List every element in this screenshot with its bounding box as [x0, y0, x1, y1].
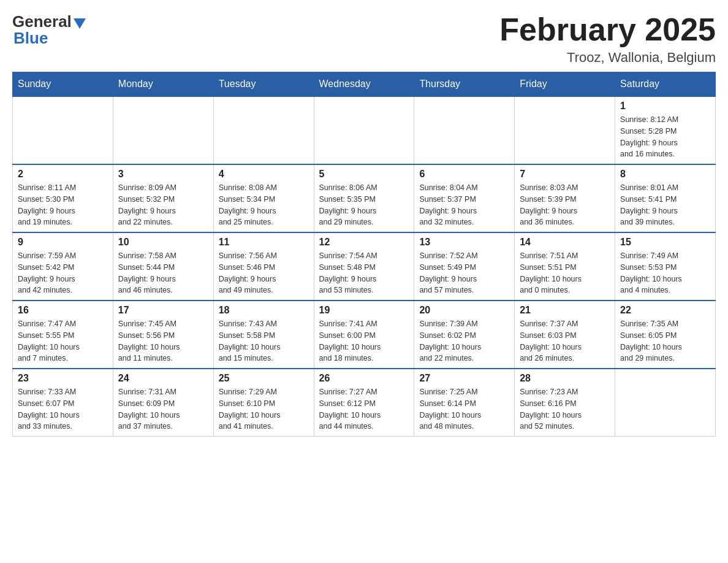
calendar-cell: 17Sunrise: 7:45 AM Sunset: 5:56 PM Dayli…	[113, 301, 213, 369]
day-number: 24	[118, 373, 208, 384]
col-tuesday: Tuesday	[213, 72, 314, 97]
calendar-cell: 25Sunrise: 7:29 AM Sunset: 6:10 PM Dayli…	[213, 369, 314, 437]
day-info: Sunrise: 7:43 AM Sunset: 5:58 PM Dayligh…	[219, 318, 309, 364]
calendar-cell: 21Sunrise: 7:37 AM Sunset: 6:03 PM Dayli…	[515, 301, 615, 369]
calendar-cell	[515, 96, 615, 164]
day-info: Sunrise: 7:37 AM Sunset: 6:03 PM Dayligh…	[520, 318, 610, 364]
day-number: 6	[419, 169, 509, 180]
calendar-cell: 12Sunrise: 7:54 AM Sunset: 5:48 PM Dayli…	[314, 232, 414, 301]
calendar-cell: 9Sunrise: 7:59 AM Sunset: 5:42 PM Daylig…	[13, 232, 113, 301]
logo-blue-text: Blue	[13, 29, 48, 48]
col-saturday: Saturday	[615, 72, 716, 97]
day-number: 13	[419, 237, 509, 248]
day-number: 10	[118, 237, 208, 248]
calendar-cell: 10Sunrise: 7:58 AM Sunset: 5:44 PM Dayli…	[113, 232, 213, 301]
day-info: Sunrise: 7:23 AM Sunset: 6:16 PM Dayligh…	[520, 386, 610, 432]
day-info: Sunrise: 7:45 AM Sunset: 5:56 PM Dayligh…	[118, 318, 208, 364]
col-thursday: Thursday	[414, 72, 515, 97]
day-number: 3	[118, 169, 208, 180]
calendar-cell: 1Sunrise: 8:12 AM Sunset: 5:28 PM Daylig…	[615, 96, 716, 164]
day-number: 17	[118, 305, 208, 316]
col-wednesday: Wednesday	[314, 72, 414, 97]
week-row-1: 1Sunrise: 8:12 AM Sunset: 5:28 PM Daylig…	[13, 96, 716, 164]
day-info: Sunrise: 8:04 AM Sunset: 5:37 PM Dayligh…	[419, 182, 509, 228]
calendar-cell	[314, 96, 414, 164]
page-header: General Blue February 2025 Trooz, Wallon…	[12, 12, 716, 66]
day-number: 27	[419, 373, 509, 384]
day-info: Sunrise: 7:35 AM Sunset: 6:05 PM Dayligh…	[620, 318, 710, 364]
calendar-cell: 18Sunrise: 7:43 AM Sunset: 5:58 PM Dayli…	[213, 301, 314, 369]
day-number: 19	[319, 305, 409, 316]
week-row-5: 23Sunrise: 7:33 AM Sunset: 6:07 PM Dayli…	[13, 369, 716, 437]
calendar-cell	[213, 96, 314, 164]
location-text: Trooz, Wallonia, Belgium	[499, 50, 716, 66]
day-number: 1	[620, 101, 710, 112]
calendar-cell: 24Sunrise: 7:31 AM Sunset: 6:09 PM Dayli…	[113, 369, 213, 437]
day-info: Sunrise: 7:41 AM Sunset: 6:00 PM Dayligh…	[319, 318, 409, 364]
day-number: 16	[18, 305, 108, 316]
day-number: 7	[520, 169, 610, 180]
calendar-cell: 23Sunrise: 7:33 AM Sunset: 6:07 PM Dayli…	[13, 369, 113, 437]
week-row-2: 2Sunrise: 8:11 AM Sunset: 5:30 PM Daylig…	[13, 164, 716, 232]
week-row-4: 16Sunrise: 7:47 AM Sunset: 5:55 PM Dayli…	[13, 301, 716, 369]
calendar-cell: 16Sunrise: 7:47 AM Sunset: 5:55 PM Dayli…	[13, 301, 113, 369]
day-info: Sunrise: 7:56 AM Sunset: 5:46 PM Dayligh…	[219, 250, 309, 296]
col-sunday: Sunday	[13, 72, 113, 97]
day-number: 28	[520, 373, 610, 384]
calendar-cell	[615, 369, 716, 437]
day-number: 2	[18, 169, 108, 180]
col-monday: Monday	[113, 72, 213, 97]
day-number: 14	[520, 237, 610, 248]
calendar-header-row: Sunday Monday Tuesday Wednesday Thursday…	[13, 72, 716, 97]
day-info: Sunrise: 7:33 AM Sunset: 6:07 PM Dayligh…	[18, 386, 108, 432]
day-info: Sunrise: 7:27 AM Sunset: 6:12 PM Dayligh…	[319, 386, 409, 432]
month-title: February 2025	[499, 12, 716, 47]
calendar-cell: 8Sunrise: 8:01 AM Sunset: 5:41 PM Daylig…	[615, 164, 716, 232]
day-number: 20	[419, 305, 509, 316]
calendar-cell	[414, 96, 515, 164]
day-info: Sunrise: 7:39 AM Sunset: 6:02 PM Dayligh…	[419, 318, 509, 364]
calendar-cell: 2Sunrise: 8:11 AM Sunset: 5:30 PM Daylig…	[13, 164, 113, 232]
col-friday: Friday	[515, 72, 615, 97]
logo: General Blue	[12, 12, 86, 48]
day-info: Sunrise: 7:59 AM Sunset: 5:42 PM Dayligh…	[18, 250, 108, 296]
day-number: 8	[620, 169, 710, 180]
day-info: Sunrise: 8:11 AM Sunset: 5:30 PM Dayligh…	[18, 182, 108, 228]
day-number: 26	[319, 373, 409, 384]
day-info: Sunrise: 7:31 AM Sunset: 6:09 PM Dayligh…	[118, 386, 208, 432]
calendar-cell: 20Sunrise: 7:39 AM Sunset: 6:02 PM Dayli…	[414, 301, 515, 369]
calendar-cell: 14Sunrise: 7:51 AM Sunset: 5:51 PM Dayli…	[515, 232, 615, 301]
day-number: 4	[219, 169, 309, 180]
day-info: Sunrise: 8:01 AM Sunset: 5:41 PM Dayligh…	[620, 182, 710, 228]
day-info: Sunrise: 7:51 AM Sunset: 5:51 PM Dayligh…	[520, 250, 610, 296]
logo-triangle-icon	[74, 18, 86, 29]
calendar-cell	[113, 96, 213, 164]
day-number: 5	[319, 169, 409, 180]
calendar-cell: 13Sunrise: 7:52 AM Sunset: 5:49 PM Dayli…	[414, 232, 515, 301]
day-info: Sunrise: 7:29 AM Sunset: 6:10 PM Dayligh…	[219, 386, 309, 432]
calendar-cell: 22Sunrise: 7:35 AM Sunset: 6:05 PM Dayli…	[615, 301, 716, 369]
day-number: 9	[18, 237, 108, 248]
calendar-cell: 7Sunrise: 8:03 AM Sunset: 5:39 PM Daylig…	[515, 164, 615, 232]
day-number: 25	[219, 373, 309, 384]
day-info: Sunrise: 8:12 AM Sunset: 5:28 PM Dayligh…	[620, 114, 710, 160]
day-info: Sunrise: 8:08 AM Sunset: 5:34 PM Dayligh…	[219, 182, 309, 228]
day-info: Sunrise: 7:47 AM Sunset: 5:55 PM Dayligh…	[18, 318, 108, 364]
day-info: Sunrise: 7:52 AM Sunset: 5:49 PM Dayligh…	[419, 250, 509, 296]
day-number: 12	[319, 237, 409, 248]
calendar-cell: 4Sunrise: 8:08 AM Sunset: 5:34 PM Daylig…	[213, 164, 314, 232]
calendar-table: Sunday Monday Tuesday Wednesday Thursday…	[12, 72, 716, 437]
calendar-cell	[13, 96, 113, 164]
calendar-cell: 11Sunrise: 7:56 AM Sunset: 5:46 PM Dayli…	[213, 232, 314, 301]
day-info: Sunrise: 8:09 AM Sunset: 5:32 PM Dayligh…	[118, 182, 208, 228]
day-number: 22	[620, 305, 710, 316]
day-number: 21	[520, 305, 610, 316]
day-info: Sunrise: 7:58 AM Sunset: 5:44 PM Dayligh…	[118, 250, 208, 296]
calendar-cell: 5Sunrise: 8:06 AM Sunset: 5:35 PM Daylig…	[314, 164, 414, 232]
calendar-cell: 27Sunrise: 7:25 AM Sunset: 6:14 PM Dayli…	[414, 369, 515, 437]
day-info: Sunrise: 7:25 AM Sunset: 6:14 PM Dayligh…	[419, 386, 509, 432]
calendar-cell: 3Sunrise: 8:09 AM Sunset: 5:32 PM Daylig…	[113, 164, 213, 232]
calendar-cell: 28Sunrise: 7:23 AM Sunset: 6:16 PM Dayli…	[515, 369, 615, 437]
title-block: February 2025 Trooz, Wallonia, Belgium	[499, 12, 716, 66]
calendar-cell: 19Sunrise: 7:41 AM Sunset: 6:00 PM Dayli…	[314, 301, 414, 369]
